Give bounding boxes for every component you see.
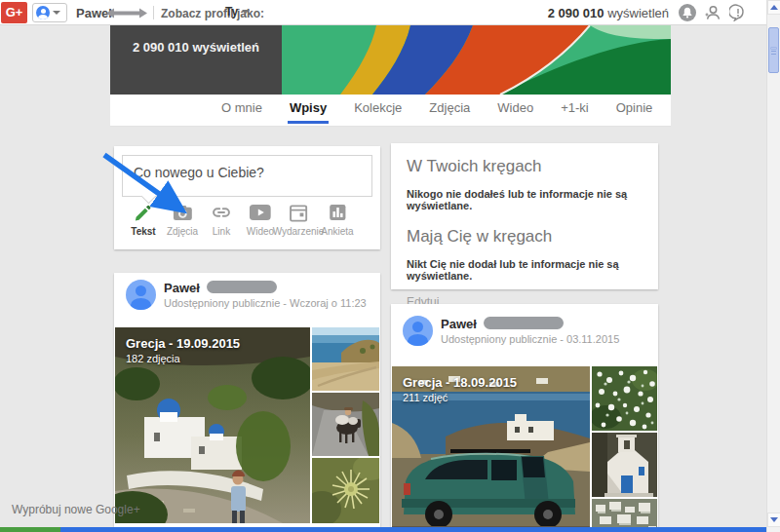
scrollbar-down-button[interactable] [767, 513, 780, 527]
photo-coast[interactable] [312, 327, 379, 391]
vertical-scrollbar[interactable] [766, 0, 780, 532]
redacted-surname-scribble [105, 7, 148, 19]
photo-collage: Grecja - 19.09.2015 182 zdjęcia [115, 327, 379, 523]
author-name[interactable]: Paweł [441, 317, 477, 331]
action-label: Link [213, 226, 230, 237]
try-new-googleplus-link[interactable]: Wypróbuj nowe Google+ [12, 503, 140, 516]
composer-action-link[interactable]: Link [212, 203, 231, 237]
action-label: Ankieta [321, 226, 353, 237]
action-label: Tekst [131, 226, 155, 237]
photo-thistle[interactable] [312, 458, 379, 523]
profile-views-stat: 2 090 010 wyświetleń [548, 6, 669, 20]
post-header: Paweł Udostępniony publicznie - 03.11.20… [391, 304, 658, 359]
redacted-surname-blob [484, 317, 564, 329]
author-name[interactable]: Paweł [164, 281, 200, 295]
feedback-balloon-icon[interactable] [729, 4, 747, 21]
view-as-value: Ty [225, 5, 238, 19]
composer-action-wydarzenie[interactable]: Wydarzenie [273, 203, 325, 237]
composer-action-tekst[interactable]: Tekst [131, 203, 155, 237]
tab-zdjecia[interactable]: Zdjęcia [427, 95, 472, 124]
tab-plus1[interactable]: +1-ki [559, 95, 591, 124]
photo-white-church[interactable] [592, 433, 657, 497]
event-icon [290, 203, 308, 222]
circles-card: W Twoich kręgach Nikogo nie dodałeś lub … [391, 143, 658, 289]
link-icon [212, 203, 231, 222]
post-composer-input[interactable]: Co nowego u Ciebie? [122, 155, 372, 197]
action-label: Zdjęcia [167, 226, 198, 237]
pencil-icon [134, 203, 152, 222]
have-you-text: Nikt Cię nie dodał lub te informacje nie… [407, 258, 643, 282]
cover-views-panel: 2 090 010 wyświetleń [110, 25, 282, 95]
album-overlay: Grecja - 18.09.2015 211 zdjęć [403, 375, 517, 403]
poll-icon [329, 203, 346, 222]
post-meta: Udostępniony publicznie - 03.11.2015 [441, 333, 619, 345]
loading-bar-blue-segment [60, 527, 780, 532]
notifications-icon[interactable] [679, 4, 696, 21]
cover-section: 2 090 010 wyświetleń [110, 25, 671, 95]
googleplus-logo[interactable]: G+ [1, 2, 27, 23]
cover-photo [282, 25, 671, 95]
profile-tabs: O mnie Wpisy Kolekcje Zdjęcia Wideo +1-k… [110, 95, 671, 127]
author-avatar[interactable] [403, 316, 433, 346]
scrollbar-up-button[interactable] [767, 0, 780, 15]
photo-donkey-road[interactable] [312, 393, 379, 456]
account-avatar-icon [36, 6, 50, 19]
album-count: 211 zdjęć [403, 392, 517, 403]
loading-bar-green-segment [0, 527, 60, 532]
post-card-2: Paweł Udostępniony publicznie - 03.11.20… [391, 304, 658, 532]
post-header: Paweł Udostępniony publicznie - Wczoraj … [114, 273, 380, 327]
in-circles-text: Nikogo nie dodałeś lub te informacje nie… [407, 188, 643, 211]
composer-action-wideo[interactable]: Wideo [247, 203, 274, 237]
video-icon [250, 203, 271, 222]
composer-action-zdjecia[interactable]: Zdjęcia [167, 203, 198, 237]
add-to-circles-icon[interactable] [704, 4, 722, 21]
header-divider [153, 6, 154, 19]
in-circles-heading: W Twoich kręgach [407, 157, 643, 176]
composer-action-ankieta[interactable]: Ankieta [321, 203, 353, 237]
scrollbar-thumb[interactable] [768, 27, 779, 73]
tab-kolekcje[interactable]: Kolekcje [352, 95, 404, 124]
action-label: Wydarzenie [273, 226, 325, 237]
author-avatar[interactable] [126, 280, 156, 310]
redacted-surname-blob [207, 281, 277, 293]
photo-collage: Grecja - 18.09.2015 211 zdjęć [392, 366, 657, 532]
photo-white-flowers[interactable] [592, 366, 657, 431]
chevron-down-icon [242, 10, 250, 14]
album-title: Grecja - 19.09.2015 [126, 336, 240, 351]
have-you-heading: Mają Cię w kręgach [407, 227, 643, 247]
scroll-up-icon [770, 5, 778, 10]
action-label: Wideo [247, 226, 274, 237]
cover-views-text: 2 090 010 wyświetleń [133, 40, 259, 55]
view-as-dropdown[interactable]: Ty [225, 5, 250, 19]
tab-o-mnie[interactable]: O mnie [219, 95, 264, 124]
album-title: Grecja - 18.09.2015 [403, 375, 517, 390]
scroll-down-icon [770, 517, 778, 522]
account-switcher-button[interactable] [32, 3, 67, 22]
google-plus-profile-page: G+ Paweł Zobacz profil jako: Ty 2 090 01… [0, 0, 780, 532]
tab-wpisy[interactable]: Wpisy [288, 95, 329, 124]
album-overlay: Grecja - 19.09.2015 182 zdjęcia [126, 336, 240, 364]
views-label: wyświetleń [607, 6, 669, 20]
camera-icon [173, 203, 193, 222]
post-composer-card: Co nowego u Ciebie? Tekst [114, 146, 380, 249]
tab-wideo[interactable]: Wideo [495, 95, 535, 124]
post-card-1: Paweł Udostępniony publicznie - Wczoraj … [114, 273, 380, 527]
post-meta: Udostępniony publicznie - Wczoraj o 11:2… [164, 297, 367, 309]
tab-opinie[interactable]: Opinie [614, 95, 655, 124]
bottom-loading-bar [0, 527, 780, 532]
composer-actions-row: Tekst Zdjęcia [114, 203, 380, 247]
top-bar: G+ Paweł Zobacz profil jako: Ty 2 090 01… [0, 0, 766, 25]
views-count: 2 090 010 [548, 6, 604, 20]
album-count: 182 zdjęcia [126, 353, 240, 364]
chevron-down-icon [53, 11, 60, 15]
